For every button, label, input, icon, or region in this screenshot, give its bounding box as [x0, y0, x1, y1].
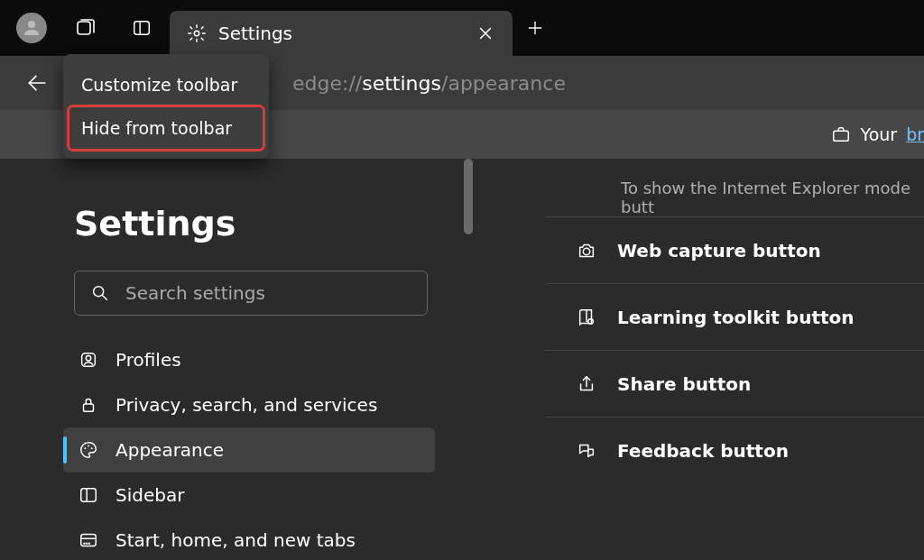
camera-icon: [576, 240, 597, 262]
lock-icon: [78, 394, 99, 416]
browser-tab[interactable]: Settings: [170, 11, 513, 56]
briefcase-icon: [830, 124, 852, 145]
svg-rect-1: [78, 22, 90, 34]
row-learning-toolkit[interactable]: Learning toolkit button: [545, 283, 924, 350]
back-button[interactable]: [16, 62, 58, 104]
context-menu: Customize toolbar Hide from toolbar: [63, 54, 269, 159]
sidebar-icon: [78, 484, 99, 506]
nav-start[interactable]: Start, home, and new tabs: [63, 518, 435, 560]
row-share[interactable]: Share button: [545, 350, 924, 417]
workspaces-button[interactable]: [58, 0, 114, 56]
row-label: Learning toolkit button: [617, 307, 855, 328]
svg-point-25: [88, 543, 89, 544]
svg-point-0: [28, 21, 35, 28]
row-feedback[interactable]: Feedback button: [545, 417, 924, 483]
svg-point-18: [91, 447, 93, 449]
svg-rect-2: [134, 22, 150, 35]
new-tab-button[interactable]: [513, 19, 558, 37]
url-suffix: /appearance: [441, 72, 566, 95]
svg-point-14: [86, 355, 91, 361]
main-panel: To show the Internet Explorer mode butt …: [545, 159, 924, 560]
gear-icon: [186, 23, 208, 44]
scrollbar-thumb[interactable]: [464, 159, 473, 234]
nav-sidebar[interactable]: Sidebar: [63, 473, 435, 518]
book-icon: [576, 307, 597, 328]
row-label: Web capture button: [617, 240, 821, 262]
svg-point-17: [88, 445, 89, 447]
url-prefix: edge://: [292, 72, 362, 95]
content-area: Settings Profiles Privacy, search, and s…: [0, 159, 924, 560]
tab-title: Settings: [218, 23, 475, 44]
vertical-tabs-button[interactable]: [114, 0, 170, 56]
row-label: Share button: [617, 373, 751, 395]
settings-sidebar: Settings Profiles Privacy, search, and s…: [0, 159, 469, 560]
page-title: Settings: [74, 204, 433, 243]
share-icon: [576, 373, 597, 395]
url-path-bold: settings: [362, 72, 441, 95]
url-text[interactable]: edge://settings/appearance: [292, 72, 566, 95]
svg-rect-15: [84, 404, 94, 411]
svg-point-11: [94, 287, 104, 297]
svg-point-16: [84, 447, 86, 449]
nav-label: Profiles: [116, 349, 181, 371]
svg-point-24: [87, 543, 88, 544]
nav-appearance[interactable]: Appearance: [63, 427, 435, 473]
ctx-customize-toolbar[interactable]: Customize toolbar: [69, 63, 263, 106]
ctx-hide-from-toolbar[interactable]: Hide from toolbar: [69, 106, 263, 150]
svg-line-12: [103, 296, 107, 300]
svg-point-4: [194, 31, 199, 36]
nav-label: Appearance: [116, 439, 224, 461]
ie-mode-hint: To show the Internet Explorer mode butt: [621, 179, 924, 216]
profile-icon: [78, 349, 99, 371]
palette-icon: [78, 439, 99, 461]
search-input[interactable]: [125, 282, 412, 304]
search-box[interactable]: [74, 271, 428, 316]
nav-label: Start, home, and new tabs: [116, 529, 356, 551]
svg-point-26: [583, 248, 589, 254]
infobar-link[interactable]: br: [906, 124, 924, 144]
window-icon: [78, 529, 99, 551]
svg-rect-10: [833, 131, 848, 141]
infobar-text: Your: [861, 124, 898, 144]
row-web-capture[interactable]: Web capture button: [545, 216, 924, 283]
nav-label: Privacy, search, and services: [116, 394, 377, 416]
feedback-icon: [576, 440, 597, 462]
svg-rect-19: [81, 489, 97, 502]
svg-point-23: [84, 543, 85, 544]
title-bar: Settings: [0, 0, 924, 56]
profile-avatar[interactable]: [16, 13, 47, 43]
search-icon: [89, 282, 111, 304]
row-label: Feedback button: [617, 440, 789, 462]
close-icon[interactable]: [475, 23, 496, 44]
nav-label: Sidebar: [116, 484, 184, 506]
nav-privacy[interactable]: Privacy, search, and services: [63, 382, 435, 427]
svg-rect-21: [81, 535, 97, 546]
nav-profiles[interactable]: Profiles: [63, 337, 435, 382]
